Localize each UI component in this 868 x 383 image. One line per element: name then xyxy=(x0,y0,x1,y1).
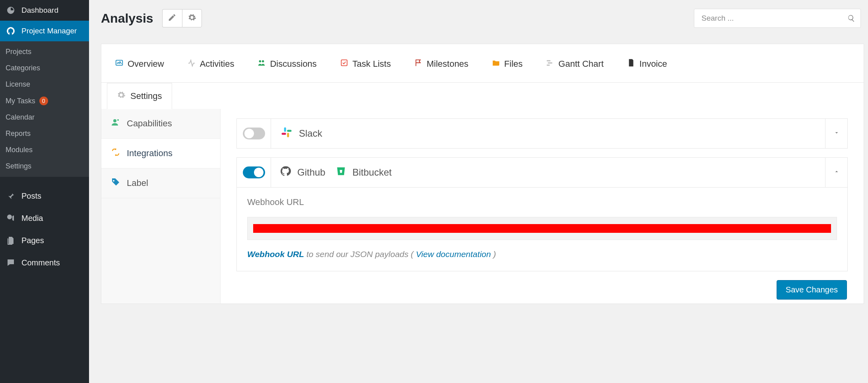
actions-row: Save Changes xyxy=(236,280,848,300)
sidebar-item-pages[interactable]: Pages xyxy=(0,229,89,251)
settings-side-label[interactable]: Label xyxy=(101,168,220,198)
tab-invoice[interactable]: Invoice xyxy=(627,52,667,82)
submenu-label: Reports xyxy=(6,130,31,138)
wp-admin-sidebar: Dashboard Project Manager Projects Categ… xyxy=(0,0,89,383)
integration-slack-header[interactable]: Slack xyxy=(237,119,847,148)
tab-gantt-chart[interactable]: Gantt Chart xyxy=(546,52,604,82)
discussions-icon xyxy=(257,58,266,70)
submenu-projects[interactable]: Projects xyxy=(0,44,89,60)
submenu-label: Settings xyxy=(6,162,31,170)
expand-button[interactable] xyxy=(825,119,847,148)
svg-rect-3 xyxy=(341,60,347,66)
gantt-icon xyxy=(546,58,554,70)
tab-label: Settings xyxy=(130,91,162,101)
webhook-url-label: Webhook URL xyxy=(247,197,837,207)
view-documentation-link[interactable]: View documentation xyxy=(416,250,491,259)
gear-icon xyxy=(188,13,196,23)
sidebar-group-content: Posts Media Pages Comments xyxy=(0,177,89,274)
submenu-my-tasks[interactable]: My Tasks 0 xyxy=(0,93,89,109)
submenu-label: My Tasks xyxy=(6,97,35,105)
main-content: Analysis Overview xyxy=(89,0,868,383)
tab-files[interactable]: Files xyxy=(492,52,523,82)
edit-project-button[interactable] xyxy=(162,9,182,27)
redacted-value xyxy=(253,224,831,233)
submenu-categories[interactable]: Categories xyxy=(0,60,89,76)
submenu-settings[interactable]: Settings xyxy=(0,158,89,174)
save-changes-button[interactable]: Save Changes xyxy=(777,280,847,300)
settings-side-label: Capabilities xyxy=(127,118,172,129)
tab-label: Overview xyxy=(128,59,164,69)
tab-overview[interactable]: Overview xyxy=(115,52,164,82)
milestones-icon xyxy=(414,58,422,70)
integration-slack: Slack xyxy=(236,118,848,149)
capabilities-icon xyxy=(111,118,120,130)
settings-side-capabilities[interactable]: Capabilities xyxy=(101,109,220,139)
sidebar-item-posts[interactable]: Posts xyxy=(0,185,89,207)
sidebar-item-media[interactable]: Media xyxy=(0,207,89,229)
chevron-up-icon xyxy=(833,168,840,176)
integration-github-header[interactable]: Github Bitbucket xyxy=(237,158,847,187)
sidebar-label: Media xyxy=(21,214,43,223)
task-lists-icon xyxy=(340,58,349,70)
tab-settings[interactable]: Settings xyxy=(107,83,172,109)
tab-activities[interactable]: Activities xyxy=(187,52,234,82)
project-tabs-card: Overview Activities Discussions Task Lis… xyxy=(101,44,864,304)
settings-body: Capabilities Integrations Label xyxy=(101,109,864,304)
sidebar-label: Project Manager xyxy=(21,27,77,35)
sidebar-item-dashboard[interactable]: Dashboard xyxy=(0,0,89,21)
svg-rect-5 xyxy=(548,62,552,64)
settings-side-label-text: Label xyxy=(127,178,148,188)
search-input[interactable] xyxy=(694,9,861,28)
helper-mid: to send our JSON payloads ( xyxy=(304,250,416,259)
settings-sub-tabs-row: Settings xyxy=(101,83,864,109)
tab-label: Files xyxy=(504,59,523,69)
tab-label: Milestones xyxy=(426,59,468,69)
project-manager-icon xyxy=(6,26,16,36)
tab-label: Activities xyxy=(200,59,234,69)
sidebar-label: Comments xyxy=(21,258,60,267)
sidebar-item-comments[interactable]: Comments xyxy=(0,251,89,274)
my-tasks-badge: 0 xyxy=(39,97,48,105)
integration-name: Github xyxy=(297,167,326,178)
invoice-icon xyxy=(627,58,636,70)
sidebar-label: Dashboard xyxy=(21,6,58,15)
settings-content: Slack xyxy=(221,109,864,304)
tab-label: Task Lists xyxy=(353,59,391,69)
chevron-down-icon xyxy=(833,130,840,137)
integration-title: Slack xyxy=(271,126,825,141)
svg-point-1 xyxy=(259,60,262,63)
svg-rect-4 xyxy=(547,60,550,62)
integration-title: Github Bitbucket xyxy=(271,166,825,179)
gear-icon xyxy=(117,91,126,102)
github-toggle[interactable] xyxy=(243,166,265,178)
tab-task-lists[interactable]: Task Lists xyxy=(340,52,391,82)
files-icon xyxy=(492,58,500,70)
title-actions xyxy=(162,9,202,27)
github-icon xyxy=(281,166,291,179)
sidebar-item-project-manager[interactable]: Project Manager xyxy=(0,21,89,41)
submenu-calendar[interactable]: Calendar xyxy=(0,109,89,126)
project-manager-submenu: Projects Categories License My Tasks 0 C… xyxy=(0,41,89,177)
collapse-button[interactable] xyxy=(825,158,847,187)
pin-icon xyxy=(6,191,16,201)
tab-discussions[interactable]: Discussions xyxy=(257,52,316,82)
settings-side-integrations[interactable]: Integrations xyxy=(101,139,220,168)
submenu-modules[interactable]: Modules xyxy=(0,142,89,158)
submenu-reports[interactable]: Reports xyxy=(0,126,89,142)
tab-label: Gantt Chart xyxy=(558,59,604,69)
comments-icon xyxy=(6,258,16,267)
search-container xyxy=(694,9,861,28)
submenu-license[interactable]: License xyxy=(0,76,89,93)
tab-milestones[interactable]: Milestones xyxy=(414,52,468,82)
toggle-cell xyxy=(237,119,271,148)
webhook-url-field[interactable] xyxy=(247,217,837,240)
project-settings-button[interactable] xyxy=(182,9,202,27)
settings-side-nav: Capabilities Integrations Label xyxy=(101,109,221,304)
submenu-label: Modules xyxy=(6,146,33,154)
media-icon xyxy=(6,213,16,223)
toggle-cell xyxy=(237,158,271,187)
tab-label: Invoice xyxy=(639,59,667,69)
helper-suffix: ) xyxy=(491,250,496,259)
sidebar-label: Posts xyxy=(21,192,41,201)
slack-toggle[interactable] xyxy=(243,128,265,139)
